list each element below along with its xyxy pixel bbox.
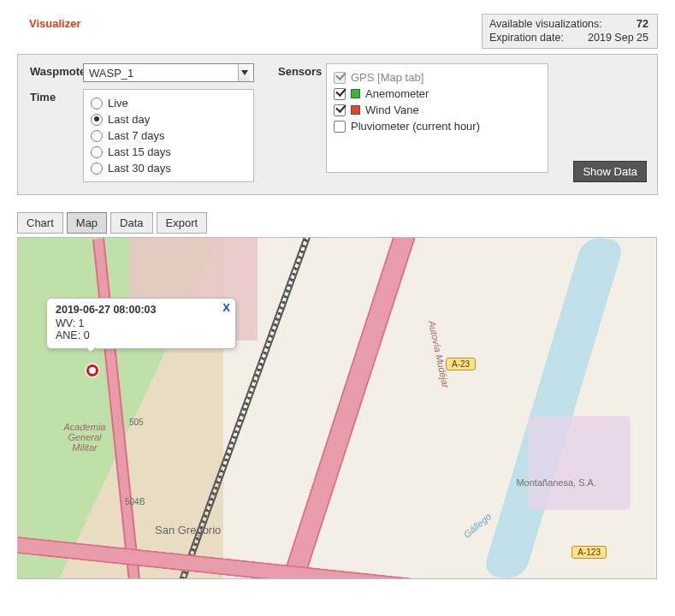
sensor-list: GPS [Map tab] Anemometer Wind Vane Pluvi… [326,63,548,173]
map-label-505: 505 [129,418,144,427]
checkbox-icon [334,121,346,133]
close-icon[interactable]: X [222,301,230,314]
tab-map[interactable]: Map [67,212,107,234]
sensor-pluviometer[interactable]: Pluviometer (current hour) [334,118,541,134]
stats-box: Available visualizations: 72 Expiration … [482,14,658,49]
show-data-button[interactable]: Show Data [573,161,647,182]
sensor-gps: GPS [Map tab] [334,69,541,86]
radio-icon [91,146,103,158]
time-label: Time [30,89,83,104]
radio-icon [91,114,103,126]
time-option-last-15[interactable]: Last 15 days [91,144,246,160]
map-background [18,238,656,578]
time-option-last-30[interactable]: Last 30 days [91,160,246,176]
checkbox-icon [334,104,346,116]
sensor-anemometer[interactable]: Anemometer [334,86,541,102]
waspmote-select[interactable]: WASP_1 [83,63,254,82]
radio-icon [91,130,103,142]
tab-data[interactable]: Data [110,212,152,234]
waspmote-label: Waspmote [30,63,83,78]
time-option-live[interactable]: Live [91,95,246,111]
stats-available-value: 72 [625,18,648,32]
tab-chart[interactable]: Chart [17,212,63,234]
map-label-san-gregorio: San Gregorio [155,524,221,536]
time-option-last-7[interactable]: Last 7 days [91,127,246,144]
road-badge-a23: A-23 [446,358,476,370]
checkbox-icon [334,72,346,84]
time-option-last-day[interactable]: Last day [91,111,246,127]
page-title: Visualizer [17,14,80,30]
config-panel: Waspmote WASP_1 Time Live Last day [17,54,658,195]
radio-icon [91,98,103,110]
tooltip-timestamp: 2019-06-27 08:00:03 [56,304,227,316]
time-options: Live Last day Last 7 days Last 15 days L… [83,89,254,182]
stats-available-label: Available visualizations: [489,18,602,32]
waspmote-value: WASP_1 [89,67,133,80]
stats-expiration-value: 2019 Sep 25 [588,32,648,45]
checkbox-icon [334,88,346,100]
sensors-label: Sensors [278,63,326,78]
road-badge-a123: A-123 [571,546,607,559]
color-swatch [351,89,360,98]
map-label-academy: Academia General Militar [59,422,110,453]
tab-export[interactable]: Export [157,212,208,234]
color-swatch [351,105,360,115]
map-label-504b: 504B [125,497,145,506]
chevron-down-icon [238,64,250,81]
tabs: Chart Map Data Export [17,212,658,234]
map-view[interactable]: Academia General Militar San Gregorio Au… [17,237,657,579]
radio-icon [91,163,103,175]
tooltip-line-wv: WV: 1 [56,317,227,329]
map-tooltip: X 2019-06-27 08:00:03 WV: 1 ANE: 0 [46,298,236,349]
tooltip-line-ane: ANE: 0 [56,329,227,341]
sensor-wind-vane[interactable]: Wind Vane [334,102,541,118]
stats-expiration-label: Expiration date: [489,32,564,45]
map-label-montananesa: Montañanesa, S.A. [516,477,596,488]
